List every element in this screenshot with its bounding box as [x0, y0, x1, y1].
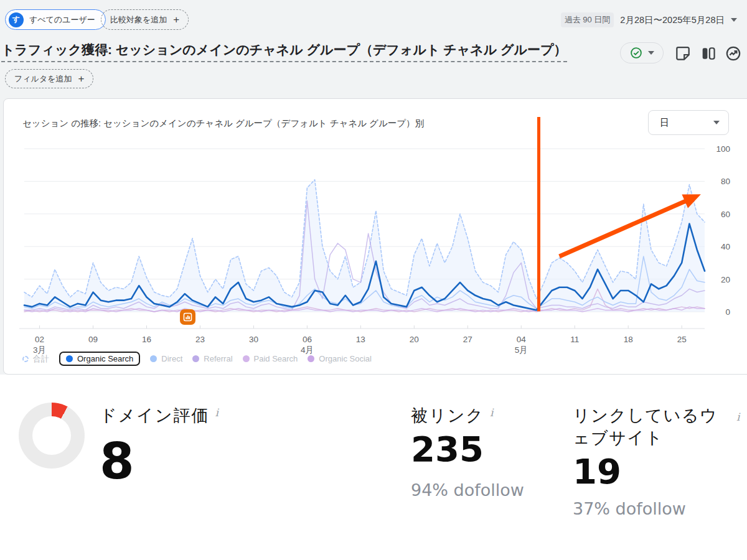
add-comparison-label: 比較対象を追加 — [110, 14, 167, 26]
audience-segment-label: すべてのユーザー — [29, 14, 95, 26]
insights-button[interactable] — [725, 45, 742, 62]
note-icon — [674, 45, 692, 62]
add-comparison-button[interactable]: 比較対象を追加 + — [101, 9, 189, 30]
linking-websites-label: リンクしているウェブサイト — [573, 404, 736, 450]
svg-text:5月: 5月 — [515, 345, 528, 355]
info-icon[interactable]: i — [736, 411, 740, 423]
date-range-badge: 過去 90 日間 — [561, 12, 614, 27]
notes-button[interactable] — [674, 45, 692, 62]
plus-icon: + — [78, 73, 85, 85]
sessions-trend-card: セッション の推移: セッションのメインのチャネル グループ（デフォルト チャネ… — [3, 98, 747, 375]
series-dot-icon — [192, 355, 199, 362]
segment-avatar: す — [9, 12, 24, 27]
check-circle-icon — [629, 46, 643, 60]
legend-label: 合計 — [33, 353, 49, 365]
series-dot-icon — [243, 355, 250, 362]
sessions-chart: 020406080100023月09162330064月132027045月11… — [4, 99, 747, 374]
svg-text:30: 30 — [249, 335, 258, 344]
backlinks-dofollow: 94% dofollow — [411, 480, 524, 500]
svg-text:20: 20 — [410, 335, 419, 344]
compare-columns-icon — [700, 45, 717, 62]
series-dot-icon — [150, 355, 157, 362]
legend-item[interactable]: Paid Search — [243, 354, 298, 363]
annotation-marker-button[interactable] — [180, 309, 195, 325]
dashed-circle-icon — [22, 356, 29, 362]
svg-text:16: 16 — [142, 335, 151, 344]
legend-label: Organic Search — [77, 354, 133, 363]
svg-text:80: 80 — [721, 177, 730, 186]
svg-text:23: 23 — [195, 335, 205, 344]
linking-websites-dofollow: 37% dofollow — [573, 499, 686, 518]
legend-item[interactable]: 合計 — [22, 353, 49, 365]
linking-websites-value: 19 — [573, 454, 621, 489]
svg-text:13: 13 — [356, 335, 365, 344]
svg-text:09: 09 — [88, 335, 98, 344]
legend-item[interactable]: Organic Social — [308, 354, 372, 363]
add-filter-button[interactable]: フィルタを追加 + — [5, 69, 93, 88]
domain-rating-donut — [19, 403, 85, 469]
legend-label: Direct — [161, 354, 182, 363]
data-quality-button[interactable] — [620, 42, 664, 63]
chevron-down-icon — [731, 18, 737, 22]
svg-text:27: 27 — [463, 335, 472, 344]
svg-text:100: 100 — [716, 144, 730, 154]
date-range-value: 2月28日〜2025年5月28日 — [620, 14, 725, 26]
domain-rating-value: 8 — [100, 437, 134, 487]
svg-text:11: 11 — [570, 335, 579, 344]
series-dot-icon — [66, 355, 73, 362]
chevron-down-icon — [648, 51, 654, 55]
svg-text:18: 18 — [624, 335, 633, 344]
comparison-panel-button[interactable] — [700, 45, 717, 62]
svg-text:02: 02 — [35, 335, 44, 344]
series-dot-icon — [308, 355, 314, 362]
legend-item[interactable]: Referral — [192, 354, 232, 363]
plus-icon: + — [173, 14, 179, 26]
info-icon[interactable]: i — [490, 406, 493, 419]
backlinks-label: 被リンクi — [411, 404, 493, 427]
add-filter-label: フィルタを追加 — [14, 73, 72, 85]
svg-text:60: 60 — [721, 210, 730, 219]
date-range-selector[interactable]: 過去 90 日間 2月28日〜2025年5月28日 — [561, 12, 737, 27]
insights-icon — [725, 45, 742, 62]
svg-text:0: 0 — [725, 307, 730, 317]
svg-text:06: 06 — [303, 335, 312, 344]
svg-text:25: 25 — [677, 335, 687, 344]
domain-rating-label: ドメイン評価i — [100, 404, 218, 427]
page-title: トラフィック獲得: セッションのメインのチャネル グループ（デフォルト チャネル… — [1, 41, 567, 58]
legend-label: Paid Search — [254, 354, 298, 363]
svg-text:40: 40 — [721, 242, 730, 251]
svg-text:20: 20 — [721, 275, 730, 284]
legend-item[interactable]: Direct — [150, 354, 182, 363]
legend-item[interactable]: Organic Search — [59, 352, 140, 366]
legend-label: Organic Social — [319, 354, 372, 363]
audience-segment-pill[interactable]: す すべてのユーザー — [5, 9, 106, 30]
bar-chart-icon — [182, 312, 193, 322]
svg-text:04: 04 — [517, 335, 527, 344]
backlinks-value: 235 — [411, 432, 484, 467]
chart-legend: 合計Organic SearchDirectReferralPaid Searc… — [22, 352, 372, 366]
info-icon[interactable]: i — [215, 406, 218, 419]
legend-label: Referral — [204, 354, 232, 363]
